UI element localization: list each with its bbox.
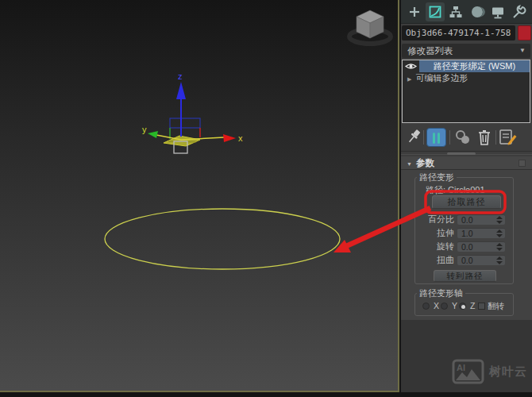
- axis-x-radio[interactable]: [422, 303, 430, 310]
- rotation-spinner[interactable]: 0.0: [457, 241, 505, 252]
- path-deform-axis-title: 路径变形轴: [417, 288, 465, 298]
- application-window: z y x: [0, 0, 532, 397]
- axis-z-radio[interactable]: [459, 303, 466, 310]
- spinner-arrows-icon[interactable]: [496, 229, 503, 238]
- configure-modifier-sets-icon[interactable]: [499, 128, 518, 147]
- watermark-image-icon: AI: [452, 359, 484, 384]
- chevron-down-icon: ▼: [519, 44, 526, 58]
- create-tab-icon[interactable]: [405, 2, 424, 21]
- axis-z-label: z: [178, 71, 183, 81]
- parameters-rollout-body: 路径变形 路径: Circle001 拾取路径 百分比 0.0 拉伸 1.0 旋…: [401, 170, 532, 320]
- modifier-list-dropdown[interactable]: 修改器列表 ▼: [402, 44, 530, 58]
- axis-y-option-label[interactable]: Y: [452, 301, 457, 310]
- show-end-result-button[interactable]: [426, 128, 446, 147]
- percent-label: 百分比: [415, 214, 454, 225]
- toolbar-separator: [495, 130, 496, 145]
- percent-value: 0.0: [461, 215, 473, 225]
- watermark-ai-text: AI: [457, 363, 465, 372]
- rollout-collapse-icon: ▼: [407, 157, 412, 171]
- stack-row-path-deform[interactable]: 路径变形绑定 (WSM): [403, 60, 530, 72]
- twist-value: 0.0: [461, 256, 473, 265]
- display-tab-icon[interactable]: [488, 2, 507, 21]
- path-name-label: 路径: Circle001: [426, 184, 485, 196]
- stretch-value: 1.0: [461, 229, 473, 238]
- stack-row-label: 可编辑多边形: [415, 73, 468, 83]
- panel-splitter[interactable]: [401, 151, 532, 155]
- modifier-list-label: 修改器列表: [407, 46, 453, 56]
- visibility-eye-icon[interactable]: [403, 62, 419, 71]
- toolbar-separator: [449, 130, 450, 145]
- twist-spinner-row: 扭曲 0.0: [401, 255, 532, 265]
- remove-modifier-trash-icon[interactable]: [476, 128, 492, 147]
- rotation-label: 旋转: [415, 241, 454, 252]
- pin-stack-icon[interactable]: [407, 128, 422, 147]
- spinner-arrows-icon[interactable]: [496, 216, 503, 225]
- panel-lower-area: AI 树叶云: [401, 320, 532, 392]
- rollout-title: 参数: [416, 156, 434, 170]
- parameters-rollout-header[interactable]: ▼ 参数: [401, 156, 532, 170]
- end-result-icon: [433, 133, 435, 144]
- utilities-tab-icon[interactable]: [509, 2, 528, 21]
- toolbar-separator: [475, 130, 476, 145]
- axis-x-option-label[interactable]: X: [434, 301, 439, 310]
- stretch-spinner-row: 拉伸 1.0: [401, 228, 532, 238]
- spinner-arrows-icon[interactable]: [496, 256, 503, 265]
- percent-spinner-row: 百分比 0.0: [401, 214, 532, 225]
- rollout-pin-icon: [519, 160, 526, 167]
- splitter-grip[interactable]: [447, 152, 476, 155]
- percent-spinner[interactable]: 0.0: [457, 214, 505, 225]
- stack-row-editable-poly[interactable]: ▶可编辑多边形: [403, 72, 530, 84]
- flip-checkbox[interactable]: [478, 303, 485, 310]
- object-color-swatch[interactable]: [518, 25, 531, 40]
- goto-path-button[interactable]: 转到路径: [434, 270, 496, 282]
- stack-row-label: 路径变形绑定 (WSM): [419, 60, 530, 72]
- make-unique-icon[interactable]: [453, 128, 472, 147]
- modifier-stack: 路径变形绑定 (WSM) ▶可编辑多边形: [402, 60, 530, 123]
- modify-tab-icon[interactable]: [426, 2, 445, 21]
- command-panel-tabs: [401, 0, 532, 24]
- expand-arrow-icon[interactable]: ▶: [407, 76, 411, 82]
- watermark-brand: 树叶云: [489, 364, 527, 380]
- toolbar-separator: [423, 130, 424, 145]
- stretch-spinner[interactable]: 1.0: [457, 228, 505, 238]
- object-name-field[interactable]: Obj3d66-479174-1-758: [402, 25, 515, 40]
- flip-label[interactable]: 翻转: [488, 301, 504, 312]
- stack-toolbar: [401, 127, 532, 148]
- path-deform-group-title: 路径变形: [417, 172, 457, 182]
- spinner-arrows-icon[interactable]: [496, 243, 503, 252]
- twist-label: 扭曲: [415, 255, 454, 265]
- viewport-scene: z y x: [0, 0, 398, 391]
- motion-tab-icon[interactable]: [468, 2, 487, 21]
- window-bottom-strip: [0, 392, 532, 397]
- hierarchy-tab-icon[interactable]: [446, 2, 465, 21]
- twist-spinner[interactable]: 0.0: [457, 255, 505, 265]
- pick-path-button[interactable]: 拾取路径: [432, 195, 501, 209]
- rotation-value: 0.0: [461, 242, 473, 252]
- end-result-icon: [438, 133, 440, 144]
- axis-y-label: y: [142, 125, 147, 134]
- axis-z-option-label[interactable]: Z: [470, 301, 475, 310]
- axis-x-label: x: [238, 133, 243, 143]
- rotation-spinner-row: 旋转 0.0: [401, 241, 532, 252]
- axis-y-radio[interactable]: [441, 303, 448, 310]
- transform-gizmo[interactable]: z y x: [142, 71, 243, 153]
- circle-path-spline[interactable]: [105, 209, 340, 269]
- viewcube-icon[interactable]: [349, 10, 391, 44]
- watermark: AI 树叶云: [452, 359, 527, 384]
- viewport-3d[interactable]: z y x: [0, 0, 399, 392]
- command-panel: Obj3d66-479174-1-758 修改器列表 ▼ 路径变形绑定 (WSM…: [401, 0, 532, 392]
- stretch-label: 拉伸: [415, 228, 454, 238]
